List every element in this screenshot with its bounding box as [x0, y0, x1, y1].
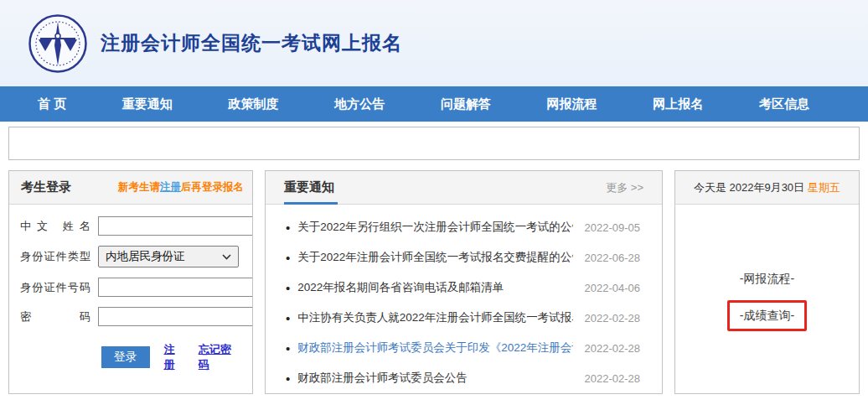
important-notices-panel: 重要通知 更多 >> • 关于2022年另行组织一次注册会计师全国统一考试的公告… — [265, 170, 663, 394]
page-title: 注册会计师全国统一考试网上报名 — [101, 30, 402, 56]
nav-item-registration-process[interactable]: 网报流程 — [547, 96, 597, 112]
notice-row: • 财政部注册会计师考试委员会公告 2022-02-28 — [286, 363, 640, 393]
candidate-login-panel: 考生登录 新考生请注册后再登录报名 中文 姓名 身份证件类型 内地居民身份证 身… — [8, 170, 253, 394]
id-number-label: 身份证件号码 — [20, 280, 90, 295]
content-area: 考生登录 新考生请注册后再登录报名 中文 姓名 身份证件类型 内地居民身份证 身… — [8, 170, 860, 394]
main-nav: 首 页 重要通知 政策制度 地方公告 问题解答 网报流程 网上报名 考区信息 — [0, 86, 868, 122]
password-row: 密 码 — [20, 307, 239, 326]
notice-link[interactable]: 财政部注册会计师考试委员会公告 — [297, 371, 572, 386]
nav-item-home[interactable]: 首 页 — [38, 96, 66, 112]
notice-date: 2022-02-28 — [585, 312, 641, 325]
site-header: 注册会计师全国统一考试网上报名 — [0, 0, 868, 86]
id-number-input[interactable] — [98, 278, 253, 297]
bullet-icon: • — [286, 252, 290, 264]
bullet-icon: • — [286, 221, 290, 234]
password-label: 密 码 — [20, 309, 90, 325]
notice-row: • 财政部注册会计师考试委员会关于印发《2022年注册会计师... 2022-0… — [286, 333, 640, 363]
note-suffix: 后再登录报名 — [181, 181, 244, 193]
nav-item-exam-area-info[interactable]: 考区信息 — [759, 96, 809, 112]
nav-item-online-registration[interactable]: 网上报名 — [653, 96, 703, 112]
date-and-links-panel: 今天是 2022年9月30日 星期五 -网报流程- -成绩查询- — [674, 170, 860, 394]
bullet-icon: • — [286, 342, 290, 355]
register-link[interactable]: 注册 — [164, 342, 184, 372]
notices-panel-title: 重要通知 — [284, 171, 334, 204]
notice-row: • 2022年报名期间各省咨询电话及邮箱清单 2022-04-06 — [286, 273, 640, 303]
side-panel-body: -网报流程- -成绩查询- — [675, 205, 859, 331]
new-candidate-note: 新考生请注册后再登录报名 — [118, 180, 244, 195]
bullet-icon: • — [286, 282, 290, 294]
id-type-select[interactable]: 内地居民身份证 — [98, 246, 239, 267]
notice-row: • 关于2022年另行组织一次注册会计师全国统一考试的公告 2022-09-05 — [286, 212, 640, 242]
nav-item-local-announcements[interactable]: 地方公告 — [334, 96, 385, 112]
bullet-icon: • — [286, 312, 290, 325]
notice-link-highlighted[interactable]: 财政部注册会计师考试委员会关于印发《2022年注册会计师... — [297, 340, 572, 356]
cicpa-logo-icon — [28, 13, 88, 74]
id-type-label: 身份证件类型 — [20, 249, 90, 264]
empty-banner-strip — [8, 127, 860, 160]
notice-link[interactable]: 关于2022年注册会计师全国统一考试报名交费提醒的公告 — [297, 250, 572, 265]
register-inline-link[interactable]: 注册 — [160, 181, 181, 193]
id-number-row: 身份证件号码 — [20, 278, 239, 297]
notice-row: • 关于2022年注册会计师全国统一考试报名交费提醒的公告 2022-06-28 — [286, 242, 640, 273]
chevron-down-icon — [222, 254, 231, 260]
nav-item-faq[interactable]: 问题解答 — [441, 96, 491, 112]
note-prefix: 新考生请 — [118, 181, 160, 193]
chinese-name-label: 中文 姓名 — [20, 219, 90, 234]
name-row: 中文 姓名 — [20, 216, 239, 236]
annotation-highlight-box: -成绩查询- — [727, 300, 807, 331]
password-input[interactable] — [98, 307, 253, 326]
bullet-icon: • — [286, 372, 290, 385]
login-panel-title: 考生登录 — [21, 179, 71, 195]
notice-row: • 中注协有关负责人就2022年注册会计师全国统一考试报名相... 2022-0… — [286, 303, 640, 333]
id-type-row: 身份证件类型 内地居民身份证 — [20, 246, 239, 267]
login-button[interactable]: 登录 — [101, 346, 150, 368]
forgot-password-link[interactable]: 忘记密码 — [199, 342, 239, 372]
today-date-text: 今天是 2022年9月30日 — [694, 180, 804, 195]
nav-item-important-notices[interactable]: 重要通知 — [122, 96, 173, 112]
weekday-text: 星期五 — [808, 180, 840, 195]
notice-date: 2022-04-06 — [585, 282, 641, 294]
notices-panel-header: 重要通知 更多 >> — [266, 171, 662, 205]
chinese-name-input[interactable] — [98, 216, 253, 236]
more-link[interactable]: 更多 >> — [606, 180, 643, 195]
notice-link[interactable]: 2022年报名期间各省咨询电话及邮箱清单 — [297, 280, 572, 295]
notice-list: • 关于2022年另行组织一次注册会计师全国统一考试的公告 2022-09-05… — [266, 205, 662, 393]
notice-link[interactable]: 关于2022年另行组织一次注册会计师全国统一考试的公告 — [297, 220, 572, 235]
id-type-selected-value: 内地居民身份证 — [106, 249, 185, 264]
login-form: 中文 姓名 身份证件类型 内地居民身份证 身份证件号码 密 码 — [9, 205, 252, 372]
date-header: 今天是 2022年9月30日 星期五 — [675, 171, 859, 205]
notice-link[interactable]: 中注协有关负责人就2022年注册会计师全国统一考试报名相... — [297, 310, 572, 325]
login-panel-header: 考生登录 新考生请注册后再登录报名 — [9, 171, 252, 205]
notice-date: 2022-06-28 — [585, 252, 641, 264]
login-actions: 登录 注册 忘记密码 — [101, 342, 239, 372]
notice-date: 2022-02-28 — [585, 372, 641, 385]
nav-item-policies[interactable]: 政策制度 — [229, 96, 279, 112]
score-inquiry-link[interactable]: -成绩查询- — [740, 309, 794, 322]
registration-process-link[interactable]: -网报流程- — [740, 272, 794, 287]
notice-date: 2022-02-28 — [585, 342, 641, 355]
notice-date: 2022-09-05 — [585, 221, 641, 234]
